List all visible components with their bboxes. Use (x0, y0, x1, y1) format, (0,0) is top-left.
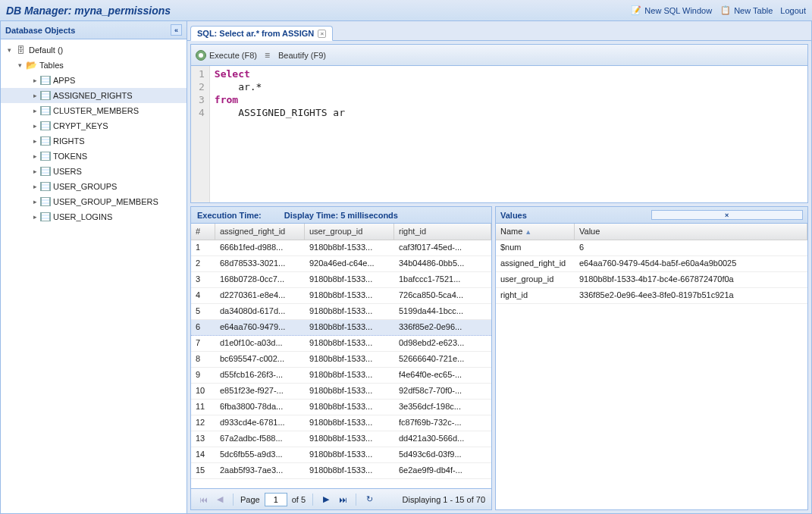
tree-table-users[interactable]: ▸USERS (1, 164, 187, 179)
tree-arrow-icon[interactable]: ▸ (30, 107, 40, 114)
values-name-cell: assigned_right_id (496, 256, 575, 271)
tree-table-assigned_rights[interactable]: ▸ASSIGNED_RIGHTS (1, 88, 187, 103)
table-cell: 0d98ebd2-e623... (394, 336, 491, 351)
pager-first-button[interactable]: ⏮ (197, 494, 209, 506)
editor-code[interactable]: Select ar.*from ASSIGNED_RIGHTS ar (210, 66, 350, 202)
pager-refresh-button[interactable]: ↻ (363, 494, 375, 506)
tree-table-user_group_members[interactable]: ▸USER_GROUP_MEMBERS (1, 194, 187, 209)
pager-prev-button[interactable]: ◀ (214, 494, 226, 506)
pager-page-label: Page (240, 495, 260, 504)
pager-next-button[interactable]: ▶ (320, 494, 332, 506)
values-grid-header: Name▲ Value (496, 224, 807, 240)
values-grid-body[interactable]: $num6assigned_right_ide64aa760-9479-45d4… (496, 240, 807, 304)
values-row[interactable]: $num6 (496, 240, 807, 256)
tree-arrow-icon[interactable]: ▸ (30, 198, 40, 205)
object-tree[interactable]: ▾Default ()▾Tables▸APPS▸ASSIGNED_RIGHTS▸… (1, 39, 187, 513)
tree-root[interactable]: ▾Default () (1, 42, 187, 58)
table-row[interactable]: 9d55fcb16-26f3-...9180b8bf-1533...f4e64f… (191, 368, 491, 384)
tree-arrow-icon[interactable]: ▾ (4, 46, 14, 54)
tree-arrow-icon[interactable]: ▸ (30, 183, 40, 190)
values-row[interactable]: right_id336f85e2-0e96-4ee3-8fe0-8197b51c… (496, 288, 807, 304)
col-right-id[interactable]: right_id (394, 224, 491, 240)
table-row[interactable]: 3168b0728-0cc7...9180b8bf-1533...1bafccc… (191, 272, 491, 288)
execution-bar: Execution Time: Display Time: 5 millisec… (191, 207, 491, 224)
table-cell: 666b1fed-d988... (215, 240, 305, 255)
new-sql-window-link[interactable]: 📝New SQL Window (630, 5, 712, 17)
table-row[interactable]: 12d933cd4e-6781...9180b8bf-1533...fc87f6… (191, 415, 491, 431)
pager-last-button[interactable]: ⏭ (337, 494, 349, 506)
table-row[interactable]: 4d2270361-e8e4...9180b8bf-1533...726ca85… (191, 288, 491, 304)
table-cell: dd421a30-566d... (394, 431, 491, 447)
tree-arrow-icon[interactable]: ▸ (30, 92, 40, 99)
tree-label: USER_LOGINS (53, 212, 112, 221)
table-row[interactable]: 268d78533-3021...920a46ed-c64e...34b0448… (191, 256, 491, 272)
tree-arrow-icon[interactable]: ▸ (30, 213, 40, 221)
table-cell: 3e356dcf-198c... (394, 400, 491, 415)
table-cell: 9180b8bf-1533... (305, 288, 394, 303)
pager-page-input[interactable] (265, 493, 287, 506)
values-col-name[interactable]: Name▲ (496, 224, 575, 240)
tree-table-crypt_keys[interactable]: ▸CRYPT_KEYS (1, 118, 187, 133)
pager-of-label: of 5 (292, 495, 306, 504)
new-table-label: New Table (734, 6, 773, 15)
tree-tables-folder[interactable]: ▾Tables (1, 58, 187, 73)
values-col-value[interactable]: Value (575, 224, 807, 240)
values-name-cell: user_group_id (496, 272, 575, 287)
collapse-sidebar-button[interactable]: « (171, 24, 182, 36)
table-cell: 5 (191, 304, 215, 319)
table-cell: 9 (191, 368, 215, 383)
table-row[interactable]: 1367a2adbc-f588...9180b8bf-1533...dd421a… (191, 431, 491, 447)
table-row[interactable]: 6e64aa760-9479...9180b8bf-1533...336f85e… (191, 320, 491, 336)
db-icon (14, 44, 27, 56)
col-assigned-right-id[interactable]: assigned_right_id (215, 224, 305, 240)
tree-arrow-icon[interactable]: ▸ (30, 137, 40, 145)
table-cell: 4 (191, 288, 215, 303)
execute-button[interactable]: Execute (F8) (196, 50, 257, 61)
table-row[interactable]: 145dc6fb55-a9d3...9180b8bf-1533...5d493c… (191, 447, 491, 463)
beautify-label: Beautify (F9) (278, 51, 326, 60)
table-cell: 3 (191, 272, 215, 287)
table-cell: 5199da44-1bcc... (394, 304, 491, 319)
tree-table-tokens[interactable]: ▸TOKENS (1, 149, 187, 164)
table-cell: fc87f69b-732c-... (394, 415, 491, 431)
table-cell: 726ca850-5ca4... (394, 288, 491, 303)
table-cell: 8 (191, 352, 215, 367)
table-cell: 9180b8bf-1533... (305, 447, 394, 462)
values-close-button[interactable]: × (651, 210, 804, 220)
table-row[interactable]: 7d1e0f10c-a03d...9180b8bf-1533...0d98ebd… (191, 336, 491, 352)
tree-arrow-icon[interactable]: ▸ (30, 122, 40, 130)
col-user-group-id[interactable]: user_group_id (305, 224, 394, 240)
tree-table-user_groups[interactable]: ▸USER_GROUPS (1, 179, 187, 194)
results-grid-body[interactable]: 1666b1fed-d988...9180b8bf-1533...caf3f01… (191, 240, 491, 488)
table-cell: 11 (191, 400, 215, 415)
table-row[interactable]: 116fba3800-78da...9180b8bf-1533...3e356d… (191, 400, 491, 415)
table-row[interactable]: 10e851f23e-f927-...9180b8bf-1533...92df5… (191, 384, 491, 400)
tree-table-rights[interactable]: ▸RIGHTS (1, 133, 187, 149)
tree-arrow-icon[interactable]: ▸ (30, 77, 40, 84)
tree-table-cluster_members[interactable]: ▸CLUSTER_MEMBERS (1, 103, 187, 118)
sql-editor[interactable]: 1234 Select ar.*from ASSIGNED_RIGHTS ar (191, 66, 807, 202)
values-row[interactable]: user_group_id9180b8bf-1533-4b17-bc4e-667… (496, 272, 807, 288)
tree-arrow-icon[interactable]: ▾ (14, 61, 25, 69)
tab-close-icon[interactable]: × (318, 30, 326, 38)
table-row[interactable]: 5da34080d-617d...9180b8bf-1533...5199da4… (191, 304, 491, 320)
tree-table-user_logins[interactable]: ▸USER_LOGINS (1, 209, 187, 224)
tree-arrow-icon[interactable]: ▸ (30, 168, 40, 175)
table-cell: 7 (191, 336, 215, 351)
col-num[interactable]: # (191, 224, 215, 240)
beautify-button[interactable]: Beautify (F9) (265, 50, 326, 61)
logout-link[interactable]: Logout (780, 6, 806, 15)
table-row[interactable]: 8bc695547-c002...9180b8bf-1533...5266664… (191, 352, 491, 368)
tree-table-apps[interactable]: ▸APPS (1, 73, 187, 88)
table-row[interactable]: 152aab5f93-7ae3...9180b8bf-1533...6e2ae9… (191, 463, 491, 479)
tab-sql[interactable]: SQL: Select ar.* from ASSIGN × (190, 26, 333, 41)
main: Database Objects « ▾Default ()▾Tables▸AP… (0, 21, 812, 514)
table-cell: 6 (191, 320, 215, 335)
tree-arrow-icon[interactable]: ▸ (30, 152, 40, 160)
new-table-link[interactable]: 📋New Table (720, 5, 773, 17)
table-cell: 67a2adbc-f588... (215, 431, 305, 447)
tree-label: Tables (39, 61, 64, 70)
new-sql-label: New SQL Window (644, 6, 712, 15)
table-row[interactable]: 1666b1fed-d988...9180b8bf-1533...caf3f01… (191, 240, 491, 256)
values-row[interactable]: assigned_right_ide64aa760-9479-45d4-ba5f… (496, 256, 807, 272)
